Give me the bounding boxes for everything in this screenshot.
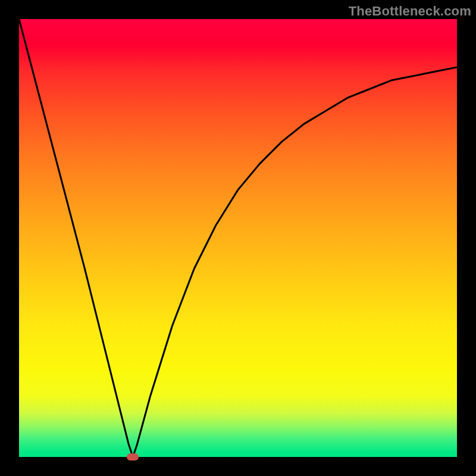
chart-curve-right [133, 67, 457, 457]
watermark-text: TheBottleneck.com [349, 4, 471, 19]
chart-minimum-marker [127, 453, 139, 461]
chart-frame: TheBottleneck.com [0, 0, 476, 476]
chart-curve-left [19, 19, 133, 457]
chart-plot-area [19, 19, 457, 457]
chart-curve-svg [19, 19, 457, 457]
